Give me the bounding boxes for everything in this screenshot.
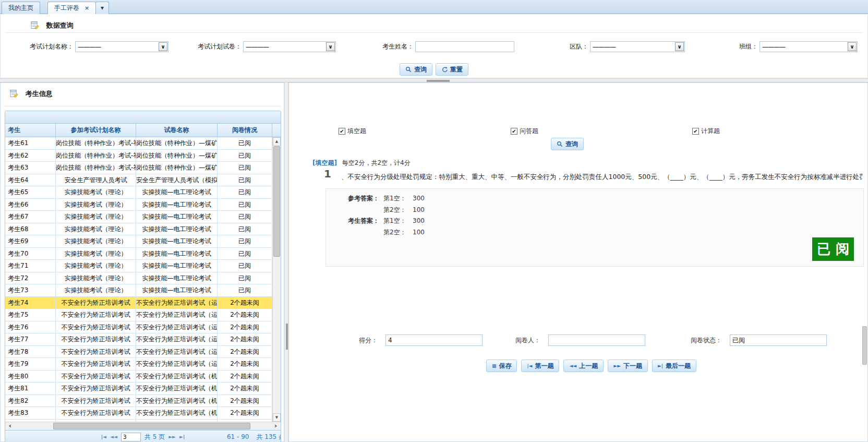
table-row[interactable]: 考生81不安全行为矫正培训考试不安全行为矫正培训考试（机电2个题未阅: [5, 383, 272, 395]
scroll-left-icon[interactable]: ‹: [6, 422, 14, 430]
cell-grading-status: 已阅: [218, 260, 272, 272]
cell-paper-name: 不安全行为矫正培训考试（运转: [136, 321, 218, 334]
last-question-button[interactable]: ►|最后一题: [652, 360, 696, 372]
column-header[interactable]: 阅卷情况: [218, 124, 272, 137]
table-row[interactable]: 考生70实操技能考试（理论）实操技能—电工理论考试已阅: [5, 248, 272, 260]
cell-candidate: 考生78: [5, 346, 56, 359]
table-row[interactable]: 考生74不安全行为矫正培训考试不安全行为矫正培训考试（运转2个题未阅: [5, 297, 272, 309]
scroll-up-icon[interactable]: ▲: [273, 137, 281, 146]
divider: [5, 106, 281, 106]
cell-exam-plan: 岗位技能（特种作业）考试-补考: [56, 162, 136, 174]
scroll-down-icon[interactable]: ▼: [273, 413, 281, 422]
answer-slot-label: 第2空：: [383, 227, 413, 238]
table-row[interactable]: 考生65实操技能考试（理论）实操技能—电工理论考试已阅: [5, 186, 272, 199]
prev-question-button[interactable]: ◄◄上一题: [563, 360, 604, 372]
vertical-scrollbar[interactable]: ▲ ▼: [272, 137, 281, 422]
exam-plan-paper-select[interactable]: ———— ∨: [243, 41, 336, 52]
question-type-filter[interactable]: ✔计算题: [692, 127, 720, 136]
checkbox-icon[interactable]: ✔: [339, 128, 345, 135]
table-row[interactable]: 考生62岗位技能（特种作业）考试-补考岗位技能（特种作业）—煤矿井已阅: [5, 150, 272, 162]
grading-search-button[interactable]: 查询: [551, 138, 584, 150]
cell-exam-plan: 实操技能考试（理论）: [56, 199, 136, 211]
cell-exam-plan: 不安全行为矫正培训考试: [56, 371, 136, 383]
next-page-icon[interactable]: ►►: [168, 434, 176, 439]
first-question-button[interactable]: |◄第一题: [521, 360, 559, 372]
table-row[interactable]: 考生77不安全行为矫正培训考试不安全行为矫正培训考试（运转2个题未阅: [5, 333, 272, 346]
question-type-filter[interactable]: ✔问答题: [511, 127, 538, 136]
cell-exam-plan: 实操技能考试（理论）: [56, 272, 136, 285]
cell-grading-status: 已阅: [218, 150, 272, 162]
panel-scrollbar-thumb[interactable]: [862, 326, 867, 365]
column-header[interactable]: 试卷名称: [136, 124, 218, 137]
table-row[interactable]: 考生73实操技能考试（理论）实操技能—电工理论考试已阅: [5, 284, 272, 297]
scrollbar-thumb[interactable]: [273, 146, 280, 257]
dropdown-trigger-icon[interactable]: ∨: [848, 42, 857, 51]
grading-status-input[interactable]: [730, 335, 827, 346]
first-page-icon[interactable]: |◄: [101, 434, 106, 439]
tab-my-home[interactable]: 我的主页: [2, 2, 40, 14]
score-input[interactable]: [385, 335, 483, 346]
dropdown-trigger-icon[interactable]: ∨: [675, 42, 684, 51]
save-button[interactable]: ▦保存: [486, 360, 517, 372]
grid-body: 考生61岗位技能（特种作业）考试-补考岗位技能（特种作业）—煤矿井已阅考生62岗…: [5, 137, 272, 422]
exam-plan-name-select[interactable]: ———— ∨: [75, 41, 168, 52]
cell-grading-status: 2个题未阅: [218, 371, 272, 383]
cell-paper-name: 岗位技能（特种作业）—煤矿井: [136, 150, 218, 162]
table-row[interactable]: 考生78不安全行为矫正培训考试不安全行为矫正培训考试（运转2个题未阅: [5, 346, 272, 359]
field-label: 考试计划名称：: [11, 41, 74, 52]
column-header[interactable]: 参加考试计划名称: [56, 124, 136, 137]
horizontal-splitter[interactable]: [0, 78, 868, 82]
reset-button[interactable]: 重置: [436, 63, 468, 76]
tab-manual-grading[interactable]: 手工评卷×: [47, 2, 96, 14]
splitter-grip[interactable]: [286, 324, 288, 350]
table-row[interactable]: 考生75不安全行为矫正培训考试不安全行为矫正培训考试（运转2个题未阅: [5, 309, 272, 321]
last-page-icon[interactable]: ►|: [179, 434, 185, 439]
table-row[interactable]: 考生71实操技能考试（理论）实操技能—电工理论考试已阅: [5, 260, 272, 272]
answer-row: 参考答案：第1空：300: [326, 193, 863, 205]
question-type-filter[interactable]: ✔填空题: [339, 127, 366, 136]
district-team-select[interactable]: ———— ∨: [590, 41, 685, 52]
dropdown-trigger-icon[interactable]: ∨: [159, 42, 167, 51]
cell-candidate: 考生73: [5, 284, 56, 297]
next-question-button[interactable]: ►►下一题: [608, 360, 648, 372]
search-button[interactable]: 查询: [400, 63, 432, 76]
horizontal-scrollbar[interactable]: ‹ ›: [5, 422, 281, 430]
table-row[interactable]: 考生64安全生产管理人员考试安全生产管理人员考试（模拟）已阅: [5, 174, 272, 187]
column-header[interactable]: 考生: [5, 124, 56, 137]
table-row[interactable]: 考生80不安全行为矫正培训考试不安全行为矫正培训考试（机电2个题未阅: [5, 371, 272, 383]
table-row[interactable]: 考生69实操技能考试（理论）实操技能—电工理论考试已阅: [5, 235, 272, 248]
table-row[interactable]: 考生76不安全行为矫正培训考试不安全行为矫正培训考试（运转2个题未阅: [5, 321, 272, 334]
table-row[interactable]: 考生61岗位技能（特种作业）考试-补考岗位技能（特种作业）—煤矿井已阅: [5, 137, 272, 150]
splitter-grip[interactable]: [427, 80, 450, 82]
candidate-name-input[interactable]: [415, 41, 514, 52]
answer-rows: 参考答案：第1空：300第2空：100考生答案：第1空：300第2空：100: [326, 193, 863, 238]
checkbox-icon[interactable]: ✔: [511, 128, 517, 135]
table-row[interactable]: 考生83不安全行为矫正培训考试不安全行为矫正培训考试（机电2个题未阅: [5, 407, 272, 420]
answer-slot-label: 第1空：: [383, 193, 413, 205]
table-row[interactable]: 考生67实操技能考试（理论）实操技能—电工理论考试已阅: [5, 211, 272, 223]
table-row[interactable]: 考生68实操技能考试（理论）实操技能—电工理论考试已阅: [5, 223, 272, 236]
close-icon[interactable]: ×: [85, 5, 89, 11]
grader-input[interactable]: [548, 335, 645, 346]
table-row[interactable]: 考生66实操技能考试（理论）实操技能—电工理论考试已阅: [5, 199, 272, 211]
prev-page-icon[interactable]: ◄◄: [110, 434, 117, 439]
tab-list-menu-button[interactable]: ▾: [95, 2, 109, 14]
table-row[interactable]: 考生82不安全行为矫正培训考试不安全行为矫正培训考试（机电2个题未阅: [5, 395, 272, 408]
table-row[interactable]: 考生79不安全行为矫正培训考试不安全行为矫正培训考试（运转2个题未阅: [5, 358, 272, 371]
scroll-right-icon[interactable]: ›: [272, 422, 280, 430]
question-number: 1: [324, 168, 331, 180]
scrollbar-thumb[interactable]: [53, 423, 250, 429]
checkbox-icon[interactable]: ✔: [692, 128, 699, 135]
chevron-down-icon: ▾: [101, 4, 104, 11]
table-row[interactable]: 考生72实操技能考试（理论）实操技能—电工理论考试已阅: [5, 272, 272, 285]
cell-candidate: 考生66: [5, 199, 56, 211]
table-row[interactable]: 考生63岗位技能（特种作业）考试-补考岗位技能（特种作业）—煤矿井已阅: [5, 162, 272, 174]
record-range-label: 61 - 90共 135 条: [227, 431, 281, 442]
vertical-splitter[interactable]: [284, 82, 288, 442]
next-icon: ►►: [613, 363, 621, 368]
button-label: 重置: [450, 65, 463, 74]
page-number-input[interactable]: [121, 433, 141, 441]
work-group-select[interactable]: ———— ∨: [760, 41, 858, 52]
dropdown-trigger-icon[interactable]: ∨: [326, 42, 335, 51]
answer-group-label: [348, 205, 383, 216]
